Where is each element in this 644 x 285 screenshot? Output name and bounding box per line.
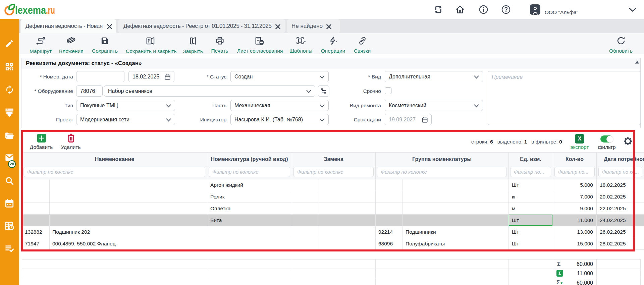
svg-text:lexema: lexema (15, 4, 46, 16)
svg-text:.ru: .ru (46, 4, 55, 16)
